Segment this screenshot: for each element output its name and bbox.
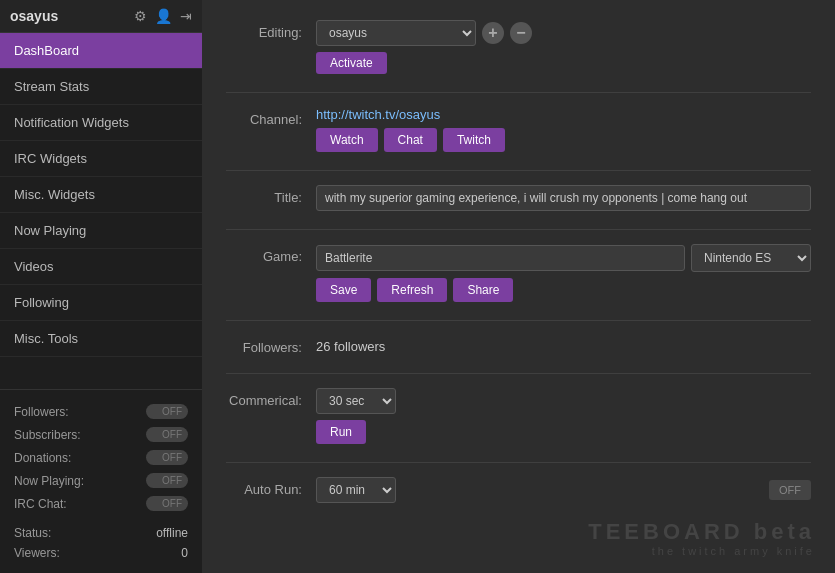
auto-run-label: Auto Run: (226, 477, 316, 497)
watch-button[interactable]: Watch (316, 128, 378, 152)
sidebar-item-misc-tools[interactable]: Misc. Tools (0, 321, 202, 357)
game-row: Game: Nintendo ES Save Refresh Share (226, 244, 811, 302)
toggle-row: IRC Chat: OFF (14, 492, 188, 515)
status-row: Viewers: 0 (14, 543, 188, 563)
title-label: Title: (226, 185, 316, 205)
editing-row: Editing: osayus + − Activate (226, 20, 811, 74)
toggle-switch[interactable]: OFF (146, 404, 188, 419)
game-region-select[interactable]: Nintendo ES (691, 244, 811, 272)
logout-icon[interactable]: ⇥ (180, 8, 192, 24)
share-button[interactable]: Share (453, 278, 513, 302)
title-input[interactable] (316, 185, 811, 211)
run-button[interactable]: Run (316, 420, 366, 444)
sidebar-item-dashboard[interactable]: DashBoard (0, 33, 202, 69)
toggle-switch[interactable]: OFF (146, 427, 188, 442)
game-buttons: Save Refresh Share (316, 278, 811, 302)
toggle-row: Subscribers: OFF (14, 423, 188, 446)
watermark-tagline: the twitch army knife (588, 545, 815, 557)
game-content: Nintendo ES Save Refresh Share (316, 244, 811, 302)
auto-run-row: Auto Run: 60 min OFF (226, 477, 811, 503)
toggle-row: Now Playing: OFF (14, 469, 188, 492)
user-icon[interactable]: 👤 (155, 8, 172, 24)
game-label: Game: (226, 244, 316, 264)
game-input[interactable] (316, 245, 685, 271)
toggle-list: Followers: OFFSubscribers: OFFDonations:… (14, 400, 188, 515)
toggle-label: Subscribers: (14, 428, 81, 442)
status-value: offline (156, 526, 188, 540)
status-label: Status: (14, 526, 51, 540)
remove-edit-button[interactable]: − (510, 22, 532, 44)
sidebar-header: osayus ⚙ 👤 ⇥ (0, 0, 202, 33)
editing-content: osayus + − Activate (316, 20, 811, 74)
commercial-content: 30 sec Run (316, 388, 811, 444)
toggle-row: Donations: OFF (14, 446, 188, 469)
toggle-switch[interactable]: OFF (146, 496, 188, 511)
watermark-brand: TEEBOARD beta (588, 519, 815, 545)
status-value: 0 (181, 546, 188, 560)
channel-label: Channel: (226, 107, 316, 127)
auto-run-right: OFF (769, 480, 811, 500)
commercial-row: Commerical: 30 sec Run (226, 388, 811, 444)
sidebar-nav: DashBoardStream StatsNotification Widget… (0, 33, 202, 357)
editing-label: Editing: (226, 20, 316, 40)
toggle-switch[interactable]: OFF (146, 473, 188, 488)
sidebar-item-now-playing[interactable]: Now Playing (0, 213, 202, 249)
channel-row: Channel: http://twitch.tv/osayus Watch C… (226, 107, 811, 152)
editing-select[interactable]: osayus (316, 20, 476, 46)
commercial-label: Commerical: (226, 388, 316, 408)
sidebar-item-following[interactable]: Following (0, 285, 202, 321)
toggle-row: Followers: OFF (14, 400, 188, 423)
commercial-controls: 30 sec (316, 388, 811, 414)
add-edit-button[interactable]: + (482, 22, 504, 44)
channel-url: http://twitch.tv/osayus (316, 107, 811, 122)
watermark: TEEBOARD beta the twitch army knife (588, 519, 815, 557)
editing-controls: osayus + − (316, 20, 811, 46)
sidebar-icons: ⚙ 👤 ⇥ (134, 8, 192, 24)
followers-content: 26 followers (316, 335, 811, 354)
chat-button[interactable]: Chat (384, 128, 437, 152)
toggle-label: Now Playing: (14, 474, 84, 488)
toggle-label: IRC Chat: (14, 497, 67, 511)
sidebar-bottom: Followers: OFFSubscribers: OFFDonations:… (0, 389, 202, 573)
followers-value: 26 followers (316, 335, 811, 354)
title-content (316, 185, 811, 211)
auto-run-toggle[interactable]: OFF (769, 480, 811, 500)
auto-run-select[interactable]: 60 min (316, 477, 396, 503)
sidebar-username: osayus (10, 8, 58, 24)
twitch-button[interactable]: Twitch (443, 128, 505, 152)
sidebar-item-irc-widgets[interactable]: IRC Widgets (0, 141, 202, 177)
toggle-label: Donations: (14, 451, 71, 465)
refresh-button[interactable]: Refresh (377, 278, 447, 302)
followers-row: Followers: 26 followers (226, 335, 811, 355)
game-input-row: Nintendo ES (316, 244, 811, 272)
sidebar-item-misc-widgets[interactable]: Misc. Widgets (0, 177, 202, 213)
status-row: Status: offline (14, 523, 188, 543)
sidebar-item-videos[interactable]: Videos (0, 249, 202, 285)
channel-content: http://twitch.tv/osayus Watch Chat Twitc… (316, 107, 811, 152)
auto-run-content: 60 min OFF (316, 477, 811, 503)
auto-run-controls: 60 min OFF (316, 477, 811, 503)
sidebar-item-notification-widgets[interactable]: Notification Widgets (0, 105, 202, 141)
toggle-label: Followers: (14, 405, 69, 419)
settings-icon[interactable]: ⚙ (134, 8, 147, 24)
commercial-select[interactable]: 30 sec (316, 388, 396, 414)
activate-button[interactable]: Activate (316, 52, 387, 74)
sidebar-item-stream-stats[interactable]: Stream Stats (0, 69, 202, 105)
save-button[interactable]: Save (316, 278, 371, 302)
followers-label: Followers: (226, 335, 316, 355)
status-list: Status: offlineViewers: 0 (14, 523, 188, 563)
toggle-switch[interactable]: OFF (146, 450, 188, 465)
channel-buttons: Watch Chat Twitch (316, 128, 811, 152)
status-label: Viewers: (14, 546, 60, 560)
title-row: Title: (226, 185, 811, 211)
